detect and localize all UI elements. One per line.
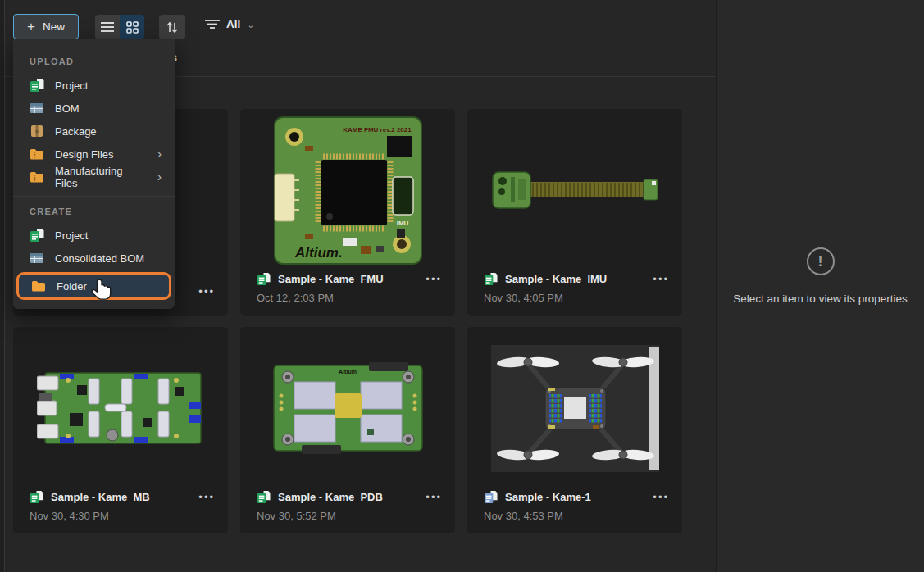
view-toggle <box>95 15 144 39</box>
folder-icon <box>31 279 46 293</box>
project-name: Sample - Kame_MB <box>51 491 150 503</box>
pcb-thumbnail-fmu[interactable]: KAME FMU rev.2 2021 IMU Altium. <box>240 109 455 271</box>
list-view-button[interactable] <box>95 15 120 39</box>
project-card[interactable]: Sample - Kame-1 ••• Nov 30, 4:53 PM <box>467 327 682 533</box>
sort-button[interactable] <box>159 15 185 39</box>
project-date: Nov 30, 4:05 PM <box>484 292 671 304</box>
card-footer: Sample - Kame_FMU ••• Oct 12, 2:03 PM <box>257 272 444 304</box>
project-card[interactable]: Sample - Kame_IMU ••• Nov 30, 4:05 PM <box>467 109 682 316</box>
menu-item-label: Project <box>55 229 88 242</box>
menu-item-label: Consolidated BOM <box>55 252 144 265</box>
pdb-brand-text: Altium <box>339 369 357 375</box>
menu-item-create-project[interactable]: Project <box>13 224 175 247</box>
project-date: Nov 30, 4:30 PM <box>30 510 216 522</box>
menu-item-label: Package <box>55 125 97 138</box>
info-circle-icon: ! <box>807 247 835 275</box>
menu-divider <box>13 196 175 197</box>
project-name: Sample - Kame_FMU <box>278 273 384 285</box>
project-icon <box>30 228 44 243</box>
create-section-label: CREATE <box>13 198 175 224</box>
chevron-right-icon: › <box>157 148 165 161</box>
new-dropdown-menu: UPLOAD Project BOM Package Design Files <box>13 39 175 309</box>
properties-empty-message: Select an item to view its properties <box>721 293 918 305</box>
plus-icon: + <box>27 20 35 34</box>
project-icon <box>30 78 44 93</box>
project-doc-icon <box>257 490 271 504</box>
sort-icon <box>166 21 178 34</box>
menu-item-manufacturing-files[interactable]: Manufacturing Files › <box>13 166 175 188</box>
zip-folder-icon <box>30 147 44 161</box>
bom-table-icon <box>30 101 44 116</box>
project-name: Sample - Kame_PDB <box>278 491 383 503</box>
workspace-root: Projects + New <box>0 0 924 572</box>
menu-item-label: Design Files <box>55 148 114 161</box>
pcb-thumbnail-pdb[interactable]: Altium <box>240 327 455 489</box>
fmu-board-image: KAME FMU rev.2 2021 IMU Altium. <box>272 115 424 266</box>
hand-cursor-icon <box>91 278 113 303</box>
list-view-icon <box>101 21 114 33</box>
menu-item-upload-bom[interactable]: BOM <box>13 97 175 120</box>
pcb-thumbnail-mb[interactable] <box>13 327 228 489</box>
pdb-board-image: Altium <box>272 359 424 457</box>
menu-item-upload-package[interactable]: Package <box>13 120 175 143</box>
filter-icon <box>205 19 220 30</box>
project-doc-icon <box>30 490 43 504</box>
project-card[interactable]: Sample - Kame_MB ••• Nov 30, 4:30 PM <box>13 327 228 533</box>
project-name: Sample - Kame-1 <box>505 491 591 503</box>
project-date: Nov 30, 5:52 PM <box>257 510 444 522</box>
menu-item-label: Project <box>55 79 88 92</box>
upload-section-label: UPLOAD <box>13 48 175 74</box>
more-menu-icon[interactable]: ••• <box>651 490 671 504</box>
project-doc-icon <box>484 272 498 286</box>
project-date: Oct 12, 2:03 PM <box>257 292 444 304</box>
grid-view-button[interactable] <box>120 15 144 39</box>
filter-value: All <box>226 18 240 30</box>
more-menu-icon[interactable]: ••• <box>197 284 216 298</box>
app-edge <box>0 0 5 572</box>
pcb-thumbnail-imu[interactable] <box>467 109 682 271</box>
fmu-brand-text: Altium. <box>294 245 343 261</box>
project-name: Sample - Kame_IMU <box>505 273 607 285</box>
menu-item-label: BOM <box>55 102 80 115</box>
menu-item-consolidated-bom[interactable]: Consolidated BOM <box>13 247 175 270</box>
chevron-right-icon: › <box>157 170 165 184</box>
mb-board-image <box>37 370 205 446</box>
properties-panel: ! Select an item to view its properties <box>716 0 924 572</box>
more-menu-icon[interactable]: ••• <box>197 490 216 504</box>
alert-glyph: ! <box>818 253 823 270</box>
package-icon <box>30 124 44 138</box>
new-button[interactable]: + New <box>13 14 79 39</box>
more-menu-icon[interactable]: ••• <box>424 490 444 504</box>
new-button-label: New <box>43 20 65 33</box>
more-menu-icon[interactable]: ••• <box>424 272 444 286</box>
menu-item-label: Folder <box>57 280 87 293</box>
zip-folder-icon <box>30 170 44 184</box>
menu-item-design-files[interactable]: Design Files › <box>13 143 175 166</box>
drone-thumbnail[interactable] <box>467 327 682 489</box>
card-footer: Sample - Kame-1 ••• Nov 30, 4:53 PM <box>484 490 671 522</box>
grid-view-icon <box>126 21 139 34</box>
project-card[interactable]: KAME FMU rev.2 2021 IMU Altium. Sample -… <box>240 109 455 316</box>
chevron-down-icon: ⌄ <box>247 20 254 30</box>
menu-item-label: Manufacturing Files <box>55 165 147 189</box>
project-date: Nov 30, 4:53 PM <box>484 510 671 522</box>
fmu-imu-label: IMU <box>396 220 408 227</box>
menu-item-upload-project[interactable]: Project <box>13 74 175 97</box>
project-doc-icon <box>257 272 271 286</box>
imu-board-image <box>491 169 659 211</box>
filter-control[interactable]: All ⌄ <box>205 18 254 30</box>
multiboard-doc-icon <box>484 490 498 504</box>
card-footer: Sample - Kame_IMU ••• Nov 30, 4:05 PM <box>484 272 671 304</box>
fmu-board-title: KAME FMU rev.2 2021 <box>343 126 412 134</box>
more-menu-icon[interactable]: ••• <box>651 272 671 286</box>
bom-table-icon <box>30 251 44 266</box>
card-footer: Sample - Kame_PDB ••• Nov 30, 5:52 PM <box>257 490 444 522</box>
drone-image <box>491 345 659 472</box>
card-footer: Sample - Kame_MB ••• Nov 30, 4:30 PM <box>30 490 216 522</box>
project-card[interactable]: Altium Sample - Kame_PDB ••• Nov 30, 5:5… <box>240 327 455 533</box>
